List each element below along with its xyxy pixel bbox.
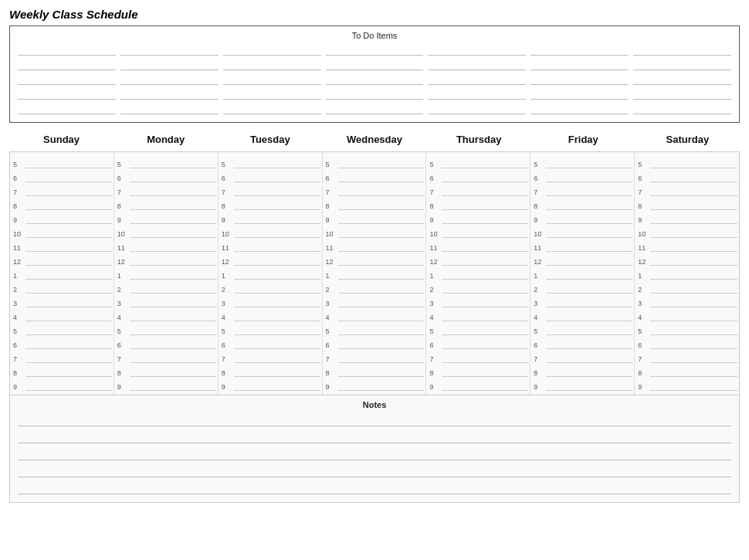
time-row: 4 [534, 308, 632, 322]
time-label: 5 [117, 328, 128, 336]
time-label: 9 [13, 384, 24, 392]
time-label: 9 [534, 384, 544, 392]
time-line [338, 182, 425, 182]
time-row: 12 [638, 253, 737, 266]
time-row: 9 [222, 211, 320, 225]
time-line [130, 376, 216, 377]
time-row: 12 [222, 253, 320, 266]
time-row: 6 [534, 169, 632, 183]
time-line [130, 293, 216, 294]
time-row: 7 [534, 183, 632, 197]
time-row: 6 [13, 169, 112, 183]
time-line [442, 168, 528, 168]
time-row: 4 [13, 308, 112, 322]
time-row: 11 [117, 239, 216, 253]
time-row: 7 [429, 350, 528, 364]
time-row: 9 [13, 378, 112, 392]
time-label: 10 [638, 231, 649, 239]
time-label: 11 [638, 245, 649, 253]
time-row: 3 [117, 294, 216, 308]
time-label: 2 [222, 287, 232, 294]
time-label: 11 [117, 245, 128, 253]
time-row: 11 [534, 239, 632, 253]
time-line [234, 223, 320, 224]
time-label: 7 [429, 356, 440, 364]
time-line [650, 334, 737, 335]
time-label: 10 [429, 231, 440, 239]
schedule-col-saturday: 56789101112123456789 [635, 152, 739, 395]
time-row: 3 [13, 294, 112, 308]
time-label: 5 [117, 161, 128, 169]
time-line [25, 307, 112, 307]
time-row: 9 [117, 211, 216, 225]
time-row: 7 [117, 350, 216, 364]
time-label: 3 [429, 300, 440, 308]
time-row: 11 [429, 239, 528, 253]
time-label: 8 [429, 203, 440, 211]
time-label: 8 [13, 203, 24, 211]
time-row: 4 [326, 308, 425, 322]
todo-line [18, 45, 116, 56]
time-label: 7 [638, 356, 649, 364]
todo-line [633, 59, 731, 70]
time-label: 8 [534, 370, 544, 378]
time-row: 3 [429, 294, 528, 308]
schedule-col-tuesday: 56789101112123456789 [219, 152, 323, 395]
time-label: 6 [117, 175, 128, 183]
time-row: 5 [222, 155, 320, 169]
time-line [442, 237, 528, 238]
time-row: 6 [222, 169, 320, 183]
time-line [130, 265, 216, 266]
time-line [546, 307, 632, 307]
time-row: 12 [117, 253, 216, 266]
time-row: 8 [222, 364, 320, 378]
time-line [650, 182, 737, 182]
time-line [650, 195, 737, 196]
time-label: 5 [326, 161, 337, 169]
time-row: 6 [638, 169, 737, 183]
time-row: 5 [222, 322, 320, 336]
todo-col [530, 45, 629, 114]
time-row: 6 [117, 336, 216, 350]
time-line [650, 251, 737, 252]
time-line [130, 209, 216, 210]
time-label: 9 [222, 384, 232, 392]
time-row: 4 [429, 308, 528, 322]
todo-line [223, 59, 321, 70]
time-row: 7 [13, 350, 112, 364]
time-label: 6 [13, 342, 24, 350]
time-row: 2 [222, 280, 320, 294]
time-row: 7 [326, 350, 425, 364]
time-row: 6 [13, 336, 112, 350]
time-label: 11 [13, 245, 24, 253]
day-header-wednesday: Wednesday [322, 131, 426, 148]
time-label: 2 [534, 287, 544, 294]
time-line [650, 293, 737, 294]
time-row: 6 [638, 336, 737, 350]
todo-line [633, 45, 731, 56]
notes-line [18, 416, 731, 426]
time-label: 8 [534, 203, 544, 211]
time-line [130, 307, 216, 307]
time-line [650, 209, 737, 210]
time-line [442, 390, 528, 391]
time-line [25, 293, 112, 294]
time-line [442, 265, 528, 266]
time-label: 7 [13, 356, 24, 364]
time-row: 8 [13, 364, 112, 378]
time-label: 3 [13, 300, 24, 308]
time-label: 1 [326, 273, 337, 280]
time-label: 8 [326, 203, 337, 211]
time-label: 6 [326, 175, 337, 183]
time-label: 12 [429, 259, 440, 266]
time-line [130, 348, 216, 349]
time-row: 9 [326, 378, 425, 392]
time-line [234, 376, 320, 377]
time-row: 5 [638, 155, 737, 169]
time-label: 8 [222, 370, 232, 378]
time-label: 12 [326, 259, 337, 266]
time-row: 5 [117, 322, 216, 336]
time-label: 8 [13, 370, 24, 378]
notes-line [18, 467, 731, 477]
notes-title: Notes [18, 400, 731, 409]
